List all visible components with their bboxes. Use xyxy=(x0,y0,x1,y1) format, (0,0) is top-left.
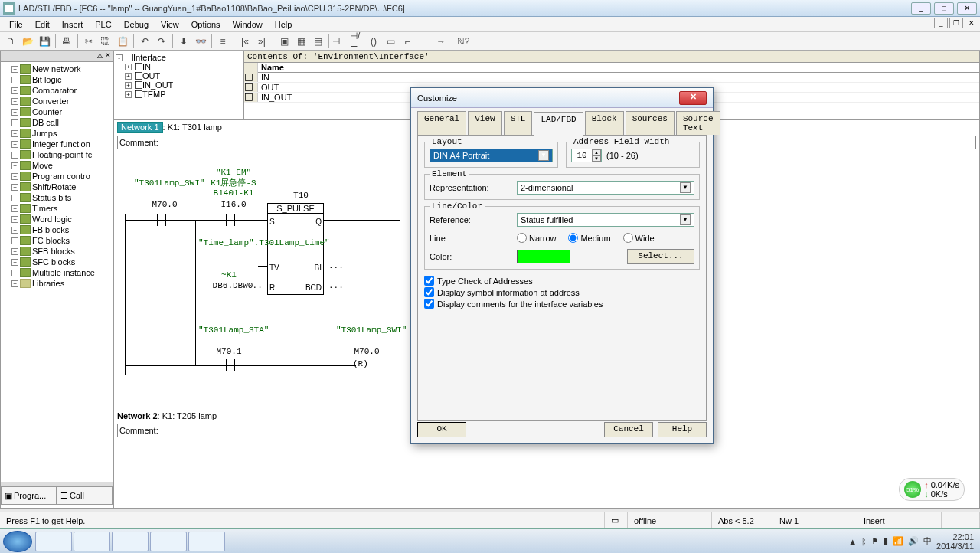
iface-node[interactable]: OUT xyxy=(142,71,160,80)
ime-icon[interactable]: 中 xyxy=(923,535,932,547)
expand-icon[interactable]: + xyxy=(11,270,18,276)
tree-item[interactable]: +Move xyxy=(2,160,111,171)
help-icon[interactable]: ℕ? xyxy=(456,34,471,49)
tree-item[interactable]: +Libraries xyxy=(2,278,111,289)
tree-item[interactable]: +SFC blocks xyxy=(2,257,111,267)
expand-icon[interactable]: + xyxy=(11,216,18,223)
copy-icon[interactable]: ⿻ xyxy=(98,34,113,49)
tab-sourcetext[interactable]: Source Text xyxy=(676,111,720,135)
tab-program[interactable]: ▣Progra... xyxy=(1,487,57,505)
expand-icon[interactable]: + xyxy=(11,119,18,126)
tab-sources[interactable]: Sources xyxy=(626,111,675,135)
iface-node[interactable]: IN xyxy=(142,62,151,71)
branch-open-icon[interactable]: ⌐ xyxy=(400,34,415,49)
expand-icon[interactable]: + xyxy=(125,64,132,70)
battery-icon[interactable]: ▮ xyxy=(884,536,888,546)
grid-cell[interactable]: IN xyxy=(258,73,273,82)
chevron-down-icon[interactable]: ▼ xyxy=(680,182,691,193)
iface-node[interactable]: TEMP xyxy=(142,90,166,99)
tree-body[interactable]: +New network+Bit logic+Comparator+Conver… xyxy=(1,62,113,482)
expand-icon[interactable]: + xyxy=(11,205,18,212)
tree-item[interactable]: +Shift/Rotate xyxy=(2,182,111,192)
timer-box[interactable]: S_PULSE S Q TV BI R BCD xyxy=(267,203,324,295)
branch-close-icon[interactable]: ¬ xyxy=(416,34,432,49)
task-button[interactable] xyxy=(35,532,72,551)
nav-last-icon[interactable]: »| xyxy=(254,34,270,49)
tree-item[interactable]: +Counter xyxy=(2,106,111,117)
tree-item[interactable]: +FC blocks xyxy=(2,235,111,246)
expand-icon[interactable]: + xyxy=(11,109,18,116)
tray-icon[interactable]: ▲ xyxy=(848,537,857,546)
expand-icon[interactable]: + xyxy=(11,280,18,287)
radio-narrow[interactable]: Narrow xyxy=(517,233,556,243)
expand-icon[interactable]: + xyxy=(11,248,18,255)
network-icon[interactable]: 📶 xyxy=(893,536,903,546)
tab-view[interactable]: View xyxy=(468,111,501,135)
tree-item[interactable]: +New network xyxy=(2,64,111,74)
menu-edit[interactable]: Edit xyxy=(29,18,56,31)
open-icon[interactable]: 📂 xyxy=(20,34,35,49)
tree-item[interactable]: +Multiple instance xyxy=(2,267,111,278)
expand-icon[interactable]: + xyxy=(11,195,18,201)
download-icon[interactable]: ⬇ xyxy=(176,34,191,49)
tab-call[interactable]: ☰Call xyxy=(57,487,113,505)
menu-file[interactable]: File xyxy=(3,18,29,31)
tree-item[interactable]: +Jumps xyxy=(2,128,111,139)
expand-icon[interactable]: + xyxy=(125,82,132,89)
menu-insert[interactable]: Insert xyxy=(56,18,90,31)
stl-icon[interactable]: ▤ xyxy=(310,34,325,49)
tab-stl[interactable]: STL xyxy=(504,111,533,135)
check-typecheck[interactable]: Type Check of Addresses xyxy=(424,276,700,286)
coil-icon[interactable]: () xyxy=(366,34,381,49)
network-badge-plain[interactable]: Network 2 xyxy=(117,411,158,420)
layout-combo[interactable]: DIN A4 Portrait ▼ xyxy=(430,149,553,162)
task-button[interactable] xyxy=(188,532,225,551)
monitor-icon[interactable]: 👓 xyxy=(193,34,208,49)
check-symbolinfo[interactable]: Display symbol information at address xyxy=(424,287,700,297)
expand-icon[interactable]: + xyxy=(11,237,18,244)
tree-item[interactable]: +FB blocks xyxy=(2,224,111,235)
radio-wide[interactable]: Wide xyxy=(623,233,655,243)
radio-medium[interactable]: Medium xyxy=(568,233,610,243)
tree-item[interactable]: +Comparator xyxy=(2,85,111,96)
save-icon[interactable]: 💾 xyxy=(37,34,52,49)
print-icon[interactable]: 🖶 xyxy=(59,34,74,49)
menu-view[interactable]: View xyxy=(155,18,185,31)
clock[interactable]: 22:01 2014/3/11 xyxy=(936,532,974,551)
expand-icon[interactable]: + xyxy=(11,141,18,148)
help-button[interactable]: Help xyxy=(658,422,707,437)
menu-window[interactable]: Window xyxy=(227,18,269,31)
nav-first-icon[interactable]: |« xyxy=(237,34,253,49)
column-header[interactable]: Name xyxy=(258,63,979,73)
reference-combo[interactable]: Status fulfilled ▼ xyxy=(517,213,694,227)
tree-item[interactable]: +Program contro xyxy=(2,171,111,182)
lad-icon[interactable]: ▦ xyxy=(293,34,309,49)
mdi-close[interactable]: ✕ xyxy=(965,18,978,28)
tree-item[interactable]: +Timers xyxy=(2,203,111,214)
box-icon[interactable]: ▭ xyxy=(383,34,398,49)
spin-up[interactable]: ▲ xyxy=(592,149,601,155)
tab-general[interactable]: General xyxy=(417,111,466,135)
task-button[interactable] xyxy=(150,532,187,551)
spin-down[interactable]: ▼ xyxy=(592,155,601,162)
expand-icon[interactable]: + xyxy=(11,162,18,169)
representation-combo[interactable]: 2-dimensional ▼ xyxy=(517,181,694,195)
no-contact[interactable] xyxy=(151,214,172,226)
contact-no-icon[interactable]: ⊣⊢ xyxy=(332,34,348,49)
task-button[interactable] xyxy=(112,532,149,551)
cancel-button[interactable]: Cancel xyxy=(604,422,653,437)
no-contact[interactable] xyxy=(220,214,241,226)
net-speed-widget[interactable]: 51% ↑ 0.04K/s ↓ 0K/s xyxy=(899,478,965,501)
grid-cell[interactable]: OUT xyxy=(258,83,282,92)
menu-options[interactable]: Options xyxy=(185,18,227,31)
connection-icon[interactable]: → xyxy=(433,34,449,49)
system-tray[interactable]: ▲ ᛒ ⚑ ▮ 📶 🔊 中 22:01 2014/3/11 xyxy=(842,532,980,551)
expand-icon[interactable]: + xyxy=(11,227,18,234)
mdi-minimize[interactable]: _ xyxy=(934,18,948,28)
catalog-icon[interactable]: ≡ xyxy=(215,34,230,49)
tree-item[interactable]: +Integer function xyxy=(2,139,111,149)
tree-item[interactable]: +Status bits xyxy=(2,192,111,203)
tree-item[interactable]: +SFB blocks xyxy=(2,246,111,257)
close-button[interactable]: ✕ xyxy=(957,2,977,15)
dialog-close-button[interactable]: ✕ xyxy=(679,91,707,105)
